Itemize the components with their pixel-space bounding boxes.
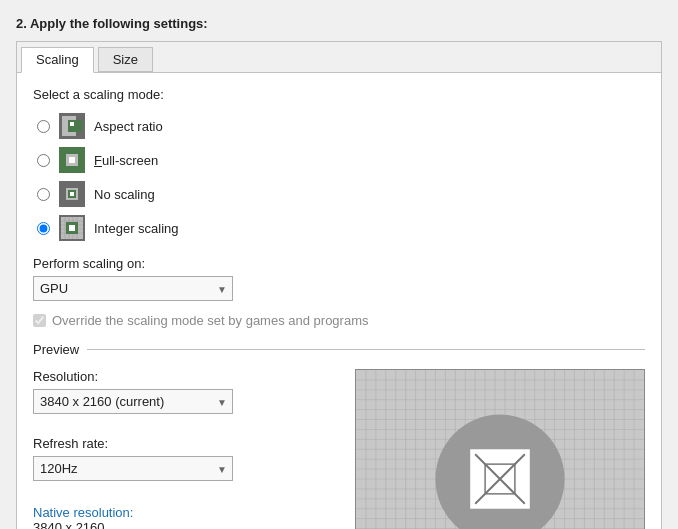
section-title: 2. Apply the following settings: (16, 16, 662, 31)
radio-group: Aspect ratio Full-screen (37, 112, 645, 242)
preview-grid (356, 370, 644, 529)
override-checkbox[interactable] (33, 314, 46, 327)
perform-scaling-select[interactable]: GPU Display (33, 276, 233, 301)
svg-rect-7 (69, 157, 75, 163)
tab-size[interactable]: Size (98, 47, 153, 72)
svg-rect-3 (70, 122, 74, 126)
preview-body: Resolution: 3840 x 2160 (current) 1920 x… (33, 369, 645, 529)
preview-header: Preview (33, 342, 645, 357)
tab-content: Select a scaling mode: Aspect ratio (17, 73, 661, 529)
svg-rect-23 (69, 225, 75, 231)
radio-no-scaling[interactable] (37, 188, 50, 201)
aspect-ratio-icon (58, 112, 86, 140)
full-screen-icon (58, 146, 86, 174)
refresh-select-wrapper: 120Hz 60Hz ▼ (33, 456, 233, 481)
radio-row-no-scaling: No scaling (37, 180, 645, 208)
preview-visual (249, 369, 645, 529)
radio-row-integer-scaling: Integer scaling (37, 214, 645, 242)
radio-row-full-screen: Full-screen (37, 146, 645, 174)
resolution-select-wrapper: 3840 x 2160 (current) 1920 x 1080 1280 x… (33, 389, 233, 414)
perform-scaling-label: Perform scaling on: (33, 256, 645, 271)
preview-title: Preview (33, 342, 79, 357)
tabs: Scaling Size (17, 42, 661, 73)
panel: Scaling Size Select a scaling mode: Aspe… (16, 41, 662, 529)
label-full-screen[interactable]: Full-screen (94, 153, 158, 168)
preview-controls: Resolution: 3840 x 2160 (current) 1920 x… (33, 369, 233, 529)
perform-scaling-select-wrapper: GPU Display ▼ (33, 276, 233, 301)
label-aspect-ratio[interactable]: Aspect ratio (94, 119, 163, 134)
refresh-label: Refresh rate: (33, 436, 233, 451)
resolution-select[interactable]: 3840 x 2160 (current) 1920 x 1080 1280 x… (33, 389, 233, 414)
refresh-select[interactable]: 120Hz 60Hz (33, 456, 233, 481)
native-resolution-label: Native resolution: (33, 505, 233, 520)
label-no-scaling[interactable]: No scaling (94, 187, 155, 202)
select-mode-label: Select a scaling mode: (33, 87, 645, 102)
checkbox-row-override: Override the scaling mode set by games a… (33, 313, 645, 328)
native-resolution-value: 3840 x 2160 (33, 520, 233, 529)
radio-integer-scaling[interactable] (37, 222, 50, 235)
svg-rect-11 (70, 192, 74, 196)
preview-divider (87, 349, 645, 350)
radio-row-aspect-ratio: Aspect ratio (37, 112, 645, 140)
preview-section: Preview Resolution: 3840 x 2160 (current… (33, 342, 645, 529)
tab-scaling[interactable]: Scaling (21, 47, 94, 73)
no-scaling-icon (58, 180, 86, 208)
radio-full-screen[interactable] (37, 154, 50, 167)
override-label: Override the scaling mode set by games a… (52, 313, 369, 328)
resolution-label: Resolution: (33, 369, 233, 384)
radio-aspect-ratio[interactable] (37, 120, 50, 133)
integer-scaling-icon (58, 214, 86, 242)
label-integer-scaling[interactable]: Integer scaling (94, 221, 179, 236)
integer-preview (355, 369, 645, 529)
